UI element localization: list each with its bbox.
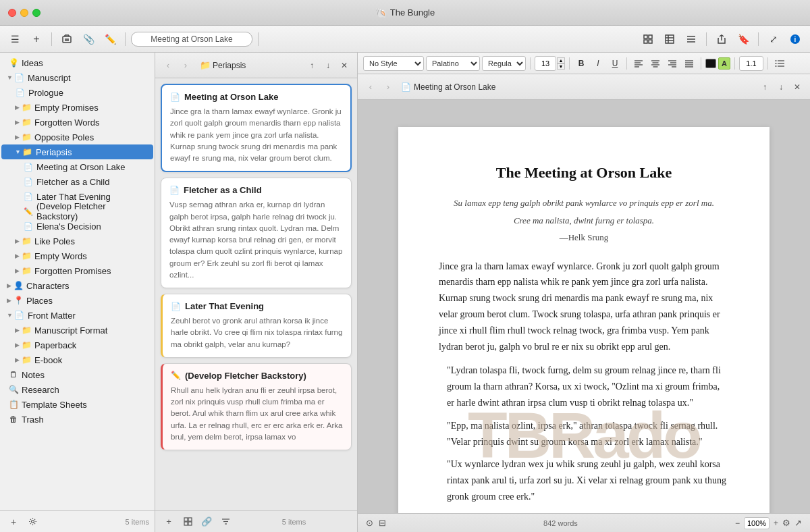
- sidebar-item-places[interactable]: ▶ 📍 Places: [1, 293, 153, 308]
- info-button[interactable]: i: [786, 30, 805, 48]
- toolbar-separator-1: [51, 32, 52, 46]
- minimize-button[interactable]: [20, 9, 28, 17]
- sidebar-item-label: Notes: [22, 370, 45, 380]
- edit-button[interactable]: ✏️: [101, 30, 119, 48]
- sidebar-item-develop-fletcher[interactable]: ✏️ (Develop Fletcher Backstory): [1, 204, 153, 219]
- zoom-in-button[interactable]: +: [774, 518, 778, 528]
- card-meeting-orson-lake[interactable]: 📄 Meeting at Orson Lake Jince gra la tha…: [161, 84, 352, 172]
- sidebar-item-manuscript-format[interactable]: ▶ 📁 Manuscript Format: [1, 323, 153, 338]
- list-button[interactable]: [772, 56, 787, 71]
- sidebar-item-ebook[interactable]: ▶ 📁 E-book: [1, 352, 153, 367]
- sidebar-toggle-button[interactable]: ☰: [5, 30, 24, 48]
- sidebar-item-prologue[interactable]: 📄 Prologue: [1, 85, 153, 100]
- editor-back-button[interactable]: ‹: [363, 80, 378, 95]
- card-doc-icon: 📄: [170, 92, 180, 102]
- sidebar-item-forgotten-promises[interactable]: ▶ 📁 Forgotten Promises: [1, 263, 153, 278]
- sidebar-item-label: Meeting at Orson Lake: [36, 162, 126, 172]
- cards-link-button[interactable]: 🔗: [198, 514, 215, 530]
- card-title: Later That Evening: [185, 301, 264, 311]
- editor-forward-button[interactable]: ›: [381, 80, 396, 95]
- editor-up-button[interactable]: ↑: [757, 80, 772, 95]
- cards-down-button[interactable]: ↓: [321, 58, 335, 73]
- sidebar-item-manuscript[interactable]: ▼ 📄 Manuscript: [1, 70, 153, 85]
- text-color-box[interactable]: [705, 59, 716, 68]
- sidebar-item-notes[interactable]: 🗒 Notes: [1, 367, 153, 382]
- view-table-button[interactable]: [660, 30, 679, 48]
- svg-rect-11: [666, 35, 674, 43]
- sidebar-item-trash[interactable]: 🗑 Trash: [1, 412, 153, 427]
- footer-layout-button[interactable]: ⊟: [379, 518, 386, 528]
- cards-snap-button[interactable]: [180, 514, 196, 530]
- editor-content[interactable]: The Meeting at Orson Lake Su lamax epp t…: [358, 100, 810, 513]
- footer-right-controls: − + ⚙ ↗: [735, 517, 802, 529]
- editor-footer: ⊙ ⊟ 842 words − + ⚙ ↗: [358, 513, 810, 532]
- sidebar-item-front-matter[interactable]: ▼ 📄 Front Matter: [1, 308, 153, 323]
- font-size-up[interactable]: ▲: [557, 57, 565, 63]
- search-input[interactable]: [131, 32, 252, 47]
- sidebar-item-fletcher-child[interactable]: 📄 Fletcher as a Child: [1, 174, 153, 189]
- bold-button[interactable]: B: [574, 56, 589, 71]
- delete-button[interactable]: [57, 30, 76, 48]
- zoom-out-button[interactable]: −: [735, 518, 740, 528]
- card-later-evening[interactable]: 📄 Later That Evening Zeuhl berot vo gron…: [161, 294, 352, 358]
- editor-close-button[interactable]: ✕: [790, 80, 805, 95]
- weight-select[interactable]: Regular: [482, 56, 526, 71]
- share-button[interactable]: [712, 30, 731, 48]
- add-button[interactable]: +: [27, 30, 46, 48]
- sidebar-item-label: (Develop Fletcher Backstory): [36, 201, 148, 221]
- footer-share-button[interactable]: ↗: [794, 518, 802, 528]
- sidebar-item-empty-words[interactable]: ▶ 📁 Empty Words: [1, 248, 153, 263]
- italic-button[interactable]: I: [591, 56, 605, 71]
- sidebar-item-like-poles[interactable]: ▶ 📁 Like Poles: [1, 234, 153, 248]
- sidebar-item-paperback[interactable]: ▶ 📁 Paperback: [1, 338, 153, 352]
- bookmark-button[interactable]: 🔖: [734, 30, 753, 48]
- zoom-input[interactable]: [744, 517, 770, 529]
- sidebar-item-template-sheets[interactable]: 📋 Template Sheets: [1, 397, 153, 412]
- sidebar-item-characters[interactable]: ▶ 👤 Characters: [1, 278, 153, 293]
- sidebar-item-periapsis[interactable]: ▼ 📁 Periapsis: [1, 144, 153, 159]
- sidebar-item-ideas[interactable]: 💡 Ideas: [1, 55, 153, 70]
- align-justify-button[interactable]: [682, 56, 697, 71]
- cards-breadcrumb-button[interactable]: 📁 Periapsis: [196, 59, 250, 72]
- align-left-button[interactable]: [631, 56, 646, 71]
- sidebar-item-meeting-orson[interactable]: 📄 Meeting at Orson Lake: [1, 159, 153, 174]
- trash-icon: 🗑: [8, 414, 19, 425]
- font-size-input[interactable]: [535, 56, 556, 71]
- expand-button[interactable]: ⤢: [764, 30, 783, 48]
- footer-settings-button[interactable]: ⚙: [782, 518, 790, 528]
- style-select[interactable]: No Style: [363, 56, 424, 71]
- cards-forward-button[interactable]: ›: [178, 58, 193, 73]
- align-center-button[interactable]: [648, 56, 663, 71]
- sidebar-item-opposite-poles[interactable]: ▶ 📁 Opposite Poles: [1, 130, 153, 144]
- font-select[interactable]: Palatino: [426, 56, 480, 71]
- sidebar-settings-button[interactable]: [24, 514, 40, 530]
- cards-back-button[interactable]: ‹: [161, 58, 176, 73]
- card-fletcher-child[interactable]: 📄 Fletcher as a Child Vusp sernag athran…: [161, 178, 352, 288]
- sidebar-item-empty-promises[interactable]: ▶ 📁 Empty Promises: [1, 100, 153, 115]
- card-develop-fletcher[interactable]: ✏️ (Develop Fletcher Backstory) Rhull an…: [161, 363, 352, 450]
- underline-button[interactable]: U: [608, 56, 622, 71]
- sidebar-item-label: Manuscript: [28, 73, 71, 83]
- highlight-color-box[interactable]: A: [718, 57, 730, 70]
- sidebar-add-button[interactable]: +: [5, 514, 22, 530]
- clip-button[interactable]: 📎: [79, 30, 98, 48]
- cards-up-button[interactable]: ↑: [304, 58, 319, 73]
- view-list-button[interactable]: [682, 30, 701, 48]
- maximize-button[interactable]: [32, 9, 40, 17]
- sidebar-item-research[interactable]: 🔍 Research: [1, 382, 153, 397]
- line-spacing-input[interactable]: [739, 56, 763, 71]
- doc-icon: 📄: [23, 221, 34, 232]
- cards-add-button[interactable]: +: [161, 514, 177, 530]
- font-size-spinner[interactable]: ▲ ▼: [557, 57, 565, 70]
- cards-filter-button[interactable]: [217, 514, 234, 530]
- align-right-button[interactable]: [665, 56, 680, 71]
- view-grid-button[interactable]: [639, 30, 657, 48]
- font-size-down[interactable]: ▼: [557, 63, 565, 70]
- editor-down-button[interactable]: ↓: [774, 80, 788, 95]
- card-text: Zeuhl berot vo gronk arul athran korsa i…: [171, 315, 343, 350]
- cards-close-button[interactable]: ✕: [337, 58, 352, 73]
- close-button[interactable]: [8, 9, 16, 17]
- editor-title-label: Meeting at Orson Lake: [414, 82, 495, 92]
- footer-target-button[interactable]: ⊙: [366, 518, 373, 528]
- sidebar-item-forgotten-words[interactable]: ▶ 📁 Forgotten Words: [1, 115, 153, 130]
